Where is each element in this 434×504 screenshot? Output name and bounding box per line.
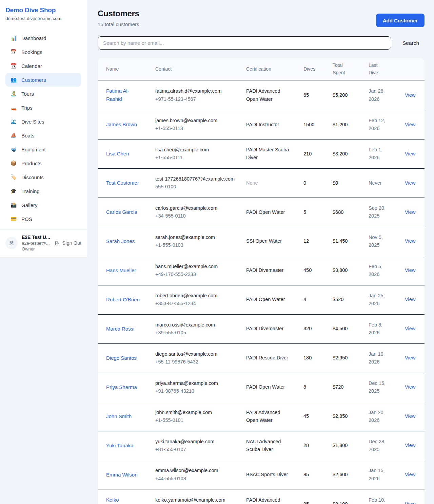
- sidebar-item-bookings[interactable]: 📅 Bookings: [5, 45, 81, 59]
- customer-email: lisa.chen@example.com: [155, 146, 238, 154]
- customer-action-cell: View: [405, 202, 419, 223]
- customer-name-link[interactable]: James Brown: [106, 120, 137, 129]
- customer-last-dive-cell: Jan 25, 2026: [369, 285, 405, 314]
- customer-contact-cell: carlos.garcia@example.com +34-555-0110: [155, 198, 246, 227]
- sidebar-item-gallery[interactable]: 📸 Gallery: [5, 198, 81, 212]
- customer-last-dive-cell: Jan 10, 2026: [369, 344, 405, 373]
- table-row: James Brown james.brown@example.com +1-5…: [98, 110, 425, 139]
- column-header-certification: Certification: [246, 62, 303, 76]
- table-row: Yuki Tanaka yuki.tanaka@example.com +81-…: [98, 431, 425, 461]
- sidebar-item-trips[interactable]: 🚤 Trips: [5, 101, 81, 114]
- customer-phone: +1-555-0111: [155, 154, 238, 162]
- customer-dives-cell: 65: [303, 85, 333, 106]
- view-customer-link[interactable]: View: [405, 92, 415, 98]
- search-button[interactable]: Search: [402, 40, 419, 46]
- customer-total-spent-cell: $3,200: [333, 144, 369, 164]
- customer-last-dive-cell: Dec 28, 2025: [369, 431, 405, 460]
- view-customer-link[interactable]: View: [405, 355, 415, 360]
- customer-name-link[interactable]: Test Customer: [106, 179, 139, 187]
- table-row: Emma Wilson emma.wilson@example.com +44-…: [98, 460, 425, 489]
- table-row: Marco Rossi marco.rossi@example.com +39-…: [98, 315, 425, 344]
- customer-name-link[interactable]: Sarah Jones: [106, 237, 135, 245]
- main-content: Customers 15 total customers Add Custome…: [87, 0, 434, 504]
- customer-total-spent-cell: $520: [333, 289, 369, 310]
- customer-name-cell: James Brown: [106, 114, 155, 135]
- view-customer-link[interactable]: View: [405, 501, 415, 504]
- customer-name-link[interactable]: Yuki Tanaka: [106, 442, 134, 450]
- view-customer-link[interactable]: View: [405, 151, 415, 156]
- customer-name-cell: Priya Sharma: [106, 377, 155, 398]
- search-input[interactable]: [98, 36, 391, 50]
- view-customer-link[interactable]: View: [405, 180, 415, 186]
- customer-dives-cell: 45: [303, 406, 333, 427]
- customer-email: fatima.alrashid@example.com: [155, 87, 238, 95]
- customer-last-dive: Never: [369, 179, 390, 187]
- view-customer-link[interactable]: View: [405, 267, 415, 273]
- sidebar-item-dive-sites[interactable]: 🌊 Dive Sites: [5, 115, 81, 128]
- customer-dives-cell: 180: [303, 348, 333, 368]
- table-row: Diego Santos diego.santos@example.com +5…: [98, 344, 425, 373]
- customer-action-cell: View: [405, 406, 419, 427]
- customer-certification: PADI Open Water: [246, 383, 290, 391]
- avatar: [5, 237, 18, 249]
- view-customer-link[interactable]: View: [405, 443, 415, 448]
- customer-name-link[interactable]: Fatima Al-Rashid: [106, 87, 140, 103]
- sidebar-item-tours[interactable]: 🏝️ Tours: [5, 87, 81, 100]
- customer-certification-cell: PADI Advanced Open Water: [246, 490, 303, 504]
- customer-name-link[interactable]: Marco Rossi: [106, 325, 134, 333]
- customer-name-cell: Carlos Garcia: [106, 202, 155, 223]
- customer-name-link[interactable]: Diego Santos: [106, 354, 137, 362]
- sign-out-icon: [54, 240, 60, 246]
- table-row: Robert O'Brien robert.obrien@example.com…: [98, 285, 425, 315]
- sidebar-item-boats[interactable]: ⛵ Boats: [5, 129, 81, 142]
- customer-last-dive: Dec 15, 2025: [369, 379, 390, 395]
- customer-total-spent-cell: $720: [333, 377, 369, 397]
- customer-last-dive: Feb 8, 2026: [369, 321, 390, 337]
- customer-name-link[interactable]: John Smith: [106, 412, 132, 421]
- customer-name-cell: Robert O'Brien: [106, 289, 155, 310]
- customer-last-dive-cell: Feb 12, 2026: [369, 110, 405, 139]
- customer-total-spent-cell: $5,200: [333, 85, 369, 106]
- customer-action-cell: View: [405, 260, 419, 281]
- customer-dives-cell: 12: [303, 231, 333, 251]
- view-customer-link[interactable]: View: [405, 122, 415, 127]
- view-customer-link[interactable]: View: [405, 209, 415, 215]
- customer-total-spent-cell: $0: [333, 173, 369, 193]
- view-customer-link[interactable]: View: [405, 326, 415, 331]
- customer-name-link[interactable]: Priya Sharma: [106, 383, 137, 391]
- sidebar-item-calendar[interactable]: 📆 Calendar: [5, 59, 81, 73]
- customer-name-link[interactable]: Keiko Yamamoto: [106, 496, 140, 504]
- add-customer-button[interactable]: Add Customer: [376, 14, 425, 27]
- customer-name-link[interactable]: Hans Mueller: [106, 266, 136, 275]
- sidebar-item-equipment[interactable]: 🤿 Equipment: [5, 143, 81, 156]
- sidebar-item-customers[interactable]: 👥 Customers: [5, 73, 81, 87]
- customer-action-cell: View: [405, 318, 419, 339]
- customer-last-dive: Feb 1, 2026: [369, 146, 390, 162]
- customer-certification: PADI Divemaster: [246, 325, 290, 333]
- customer-last-dive: Feb 5, 2026: [369, 263, 390, 279]
- view-customer-link[interactable]: View: [405, 297, 415, 302]
- customer-last-dive: Sep 20, 2025: [369, 204, 390, 220]
- view-customer-link[interactable]: View: [405, 413, 415, 419]
- view-customer-link[interactable]: View: [405, 472, 415, 477]
- sidebar-item-training[interactable]: 🎓 Training: [5, 184, 81, 198]
- view-customer-link[interactable]: View: [405, 238, 415, 244]
- customer-last-dive: Nov 5, 2025: [369, 234, 390, 249]
- customer-name-link[interactable]: Emma Wilson: [106, 471, 138, 479]
- customer-email: yuki.tanaka@example.com: [155, 438, 238, 446]
- view-customer-link[interactable]: View: [405, 384, 415, 390]
- sidebar-item-discounts[interactable]: 🏷️ Discounts: [5, 170, 81, 184]
- customer-name-link[interactable]: Robert O'Brien: [106, 296, 140, 304]
- customer-name-cell: Lisa Chen: [106, 143, 155, 164]
- sidebar-item-dashboard[interactable]: 📊 Dashboard: [5, 31, 81, 45]
- sign-out-button[interactable]: Sign Out: [54, 240, 81, 246]
- customer-action-cell: View: [405, 114, 419, 135]
- sidebar-item-pos[interactable]: 💳 POS: [5, 212, 81, 226]
- customer-name-link[interactable]: Lisa Chen: [106, 150, 129, 158]
- customer-name-link[interactable]: Carlos Garcia: [106, 208, 137, 216]
- customer-certification-cell: None: [246, 173, 303, 193]
- sidebar-item-products[interactable]: 📦 Products: [5, 156, 81, 170]
- customer-certification-cell: PADI Open Water: [246, 202, 303, 223]
- customer-total-spent-cell: $4,500: [333, 318, 369, 339]
- table-row: Test Customer test-1772681807767@example…: [98, 169, 425, 198]
